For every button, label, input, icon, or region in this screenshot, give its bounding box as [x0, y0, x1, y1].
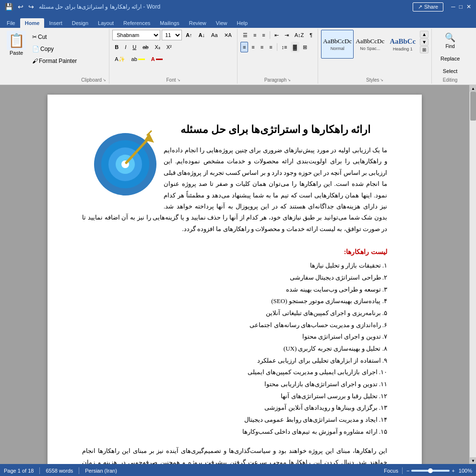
- ribbon-tabs: File Home Insert Design Layout Reference…: [0, 13, 476, 28]
- show-formatting-button[interactable]: ¶: [307, 30, 315, 40]
- word-count: 6558 words: [46, 468, 73, 474]
- highlight-color-bar: [138, 59, 145, 60]
- subscript-button[interactable]: X₂: [152, 42, 162, 52]
- replace-button[interactable]: Replace: [436, 53, 464, 64]
- minimize-button[interactable]: ─: [451, 3, 455, 10]
- status-divider: [39, 467, 40, 474]
- decrease-font-button[interactable]: A↓: [196, 30, 207, 40]
- highlight-button[interactable]: ab: [129, 54, 147, 64]
- paste-button[interactable]: 📋 Paste: [5, 30, 28, 57]
- align-left-button[interactable]: ≡: [240, 42, 248, 52]
- styles-scroll-up[interactable]: ▲: [420, 31, 428, 38]
- styles-expand-icon[interactable]: ↘: [380, 78, 383, 82]
- style-normal[interactable]: AaBbCcDc Normal: [321, 30, 354, 59]
- tab-file[interactable]: File: [2, 18, 20, 28]
- decrease-indent-button[interactable]: ⇤: [272, 30, 281, 40]
- status-divider3: [402, 467, 403, 474]
- increase-font-button[interactable]: A↑: [183, 30, 194, 40]
- scroll-up-button[interactable]: ▲: [470, 85, 476, 92]
- style-heading1-label: Heading 1: [393, 47, 413, 51]
- numbered-list-button[interactable]: ≡: [251, 30, 259, 40]
- zoom-slider[interactable]: [411, 470, 450, 472]
- status-bar: Page 1 of 18 6558 words Persian (Iran) F…: [0, 464, 476, 476]
- paste-icon: 📋: [7, 31, 26, 50]
- justify-button[interactable]: ≡: [267, 42, 274, 52]
- increase-indent-button[interactable]: ⇥: [282, 30, 291, 40]
- tab-mailings[interactable]: Mailings: [155, 18, 184, 28]
- styles-group: AaBbCcDc Normal AaBbCcDc No Spac... AaBb…: [318, 29, 432, 84]
- clear-format-button[interactable]: ✕A: [222, 30, 234, 40]
- clipboard-expand-icon[interactable]: ↘: [103, 78, 106, 82]
- multilevel-list-button[interactable]: ≡: [260, 30, 267, 40]
- borders-button[interactable]: ⊞: [300, 42, 309, 52]
- styles-scroll-down[interactable]: ▼: [420, 38, 428, 46]
- status-bar-left: Page 1 of 18 6558 words Persian (Iran): [4, 467, 117, 474]
- bullet-list-button[interactable]: ☰: [240, 30, 250, 40]
- zoom-controls: − + 100%: [406, 468, 472, 474]
- align-right-button[interactable]: ≡: [258, 42, 266, 52]
- style-no-spacing-preview: AaBbCcDc: [356, 37, 384, 45]
- find-button[interactable]: 🔍 Find: [436, 30, 464, 51]
- font-size-select[interactable]: 11: [162, 30, 182, 40]
- tab-home[interactable]: Home: [20, 18, 45, 28]
- italic-button[interactable]: I: [122, 42, 129, 52]
- font-name-select[interactable]: Shabnam: [112, 30, 160, 40]
- zoom-out-button[interactable]: −: [406, 468, 409, 474]
- underline-button[interactable]: U: [130, 42, 139, 52]
- zoom-in-button[interactable]: +: [452, 468, 454, 474]
- quick-access-undo[interactable]: ↩: [18, 3, 24, 11]
- list-item: ۱۲. تحلیل رقبا و بررسی استراتژی‌های آنها: [82, 391, 387, 403]
- quick-access-redo[interactable]: ↪: [28, 3, 34, 11]
- list-item: ۱۳. برگزاری وبینارها و رویدادهای آنلاین …: [82, 402, 387, 414]
- line-spacing-button[interactable]: ↕≡: [279, 42, 290, 52]
- list-item: ۷. تدوین و اجرای استراتژی محتوا: [82, 331, 387, 343]
- strikethrough-button[interactable]: ab: [140, 42, 151, 52]
- tab-view[interactable]: View: [211, 18, 232, 28]
- format-painter-button[interactable]: 🖌 Format Painter: [30, 56, 79, 66]
- copy-button[interactable]: 📄 Copy: [30, 44, 79, 54]
- paragraph-group-label: Paragraph: [264, 77, 287, 83]
- scroll-thumb[interactable]: [470, 92, 476, 121]
- text-effects-button[interactable]: A✨: [112, 54, 127, 64]
- select-button[interactable]: Select: [436, 66, 464, 76]
- quick-access-save[interactable]: 💾: [5, 3, 13, 11]
- title-bar-right: ↗ Share ─ □ ✕: [413, 2, 471, 12]
- document-scroll[interactable]: ارائه راهکارها و استراتژی‌ها برای حل مسئ…: [0, 85, 469, 464]
- tab-references[interactable]: References: [119, 18, 155, 28]
- font-color-bar: [156, 59, 163, 60]
- style-heading1[interactable]: AaBbCc Heading 1: [386, 30, 419, 59]
- bold-button[interactable]: B: [112, 42, 121, 52]
- share-button[interactable]: ↗ Share: [413, 2, 443, 12]
- list-item: ۳. توسعه و طراحی وب‌سایت بهینه شده: [82, 284, 387, 296]
- tab-insert[interactable]: Insert: [44, 18, 67, 28]
- sort-button[interactable]: A↕Z: [292, 30, 307, 40]
- cut-button[interactable]: ✂ Cut: [30, 32, 79, 42]
- scroll-down-button[interactable]: ▼: [470, 457, 476, 464]
- font-color-button[interactable]: A: [149, 54, 165, 64]
- focus-button[interactable]: Focus: [384, 468, 398, 474]
- tab-help[interactable]: Help: [232, 18, 252, 28]
- superscript-button[interactable]: X²: [164, 42, 174, 52]
- vertical-scrollbar[interactable]: ▲ ▼: [469, 85, 476, 464]
- share-icon: ↗: [418, 4, 422, 10]
- maximize-button[interactable]: □: [459, 3, 463, 10]
- style-no-spacing[interactable]: AaBbCcDc No Spac...: [354, 30, 386, 59]
- document-image: [87, 123, 164, 200]
- tab-layout[interactable]: Layout: [93, 18, 119, 28]
- paragraph-expand-icon[interactable]: ↘: [287, 78, 291, 82]
- close-button[interactable]: ✕: [466, 3, 471, 10]
- clipboard-group-label: Clipboard: [81, 77, 102, 83]
- tab-review[interactable]: Review: [184, 18, 211, 28]
- tab-design[interactable]: Design: [67, 18, 93, 28]
- scroll-track[interactable]: [470, 92, 476, 457]
- list-item: ۱. تحقیقات بازار و تحلیل نیازها: [82, 260, 387, 272]
- font-expand-icon[interactable]: ↘: [177, 78, 180, 82]
- align-center-button[interactable]: ≡: [249, 42, 257, 52]
- ribbon: 📋 Paste ✂ Cut 📄 Copy 🖌 Format Painter Cl…: [0, 28, 476, 85]
- language-indicator: Persian (Iran): [85, 468, 117, 474]
- styles-expand[interactable]: ⊞: [420, 46, 428, 53]
- document-list-title: لیست راهکارها:: [82, 248, 387, 256]
- share-label: Share: [424, 4, 438, 10]
- change-case-button[interactable]: Aa: [209, 30, 220, 40]
- shading-button[interactable]: ▓: [291, 42, 299, 52]
